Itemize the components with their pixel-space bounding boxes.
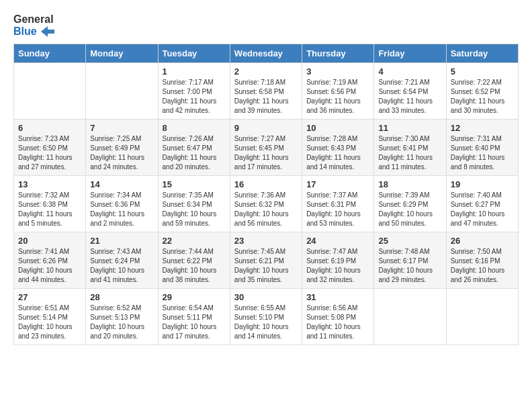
calendar-cell: 25Sunrise: 7:48 AM Sunset: 6:17 PM Dayli…: [374, 232, 446, 289]
day-number: 2: [234, 66, 298, 77]
calendar-cell: 28Sunrise: 6:52 AM Sunset: 5:13 PM Dayli…: [86, 289, 158, 345]
logo: General Blue: [13, 13, 54, 37]
day-info: Sunrise: 6:52 AM Sunset: 5:13 PM Dayligh…: [90, 304, 153, 341]
day-number: 17: [306, 179, 369, 189]
calendar-cell: 6Sunrise: 7:23 AM Sunset: 6:50 PM Daylig…: [14, 120, 86, 176]
week-row-2: 6Sunrise: 7:23 AM Sunset: 6:50 PM Daylig…: [14, 120, 519, 176]
day-number: 14: [90, 179, 153, 189]
calendar-cell: 21Sunrise: 7:43 AM Sunset: 6:24 PM Dayli…: [86, 232, 158, 289]
day-number: 19: [451, 179, 514, 189]
day-number: 16: [234, 179, 298, 189]
header-wednesday: Wednesday: [230, 44, 302, 63]
day-info: Sunrise: 7:22 AM Sunset: 6:52 PM Dayligh…: [451, 78, 514, 116]
day-number: 11: [378, 123, 441, 133]
calendar-cell: 7Sunrise: 7:25 AM Sunset: 6:49 PM Daylig…: [86, 120, 158, 176]
day-info: Sunrise: 7:25 AM Sunset: 6:49 PM Dayligh…: [90, 134, 153, 172]
day-info: Sunrise: 6:54 AM Sunset: 5:11 PM Dayligh…: [163, 304, 226, 341]
calendar-cell: 15Sunrise: 7:35 AM Sunset: 6:34 PM Dayli…: [158, 176, 230, 232]
day-info: Sunrise: 6:51 AM Sunset: 5:14 PM Dayligh…: [18, 304, 81, 341]
day-info: Sunrise: 7:45 AM Sunset: 6:21 PM Dayligh…: [234, 247, 298, 285]
day-info: Sunrise: 7:28 AM Sunset: 6:43 PM Dayligh…: [306, 134, 369, 172]
logo-blue: Blue: [13, 26, 54, 38]
day-number: 25: [378, 236, 441, 246]
day-info: Sunrise: 7:23 AM Sunset: 6:50 PM Dayligh…: [18, 134, 81, 172]
calendar-cell: 30Sunrise: 6:55 AM Sunset: 5:10 PM Dayli…: [230, 289, 302, 345]
day-number: 9: [234, 123, 298, 133]
day-info: Sunrise: 7:32 AM Sunset: 6:38 PM Dayligh…: [18, 191, 81, 228]
day-number: 4: [378, 66, 441, 77]
day-number: 31: [306, 292, 369, 302]
day-number: 24: [306, 236, 369, 246]
day-number: 23: [234, 236, 298, 246]
calendar-cell: 12Sunrise: 7:31 AM Sunset: 6:40 PM Dayli…: [446, 120, 518, 176]
calendar-cell: 17Sunrise: 7:37 AM Sunset: 6:31 PM Dayli…: [302, 176, 374, 232]
day-info: Sunrise: 7:27 AM Sunset: 6:45 PM Dayligh…: [234, 134, 298, 172]
day-number: 1: [163, 66, 226, 77]
header-friday: Friday: [374, 44, 446, 63]
calendar-cell: 11Sunrise: 7:30 AM Sunset: 6:41 PM Dayli…: [374, 120, 446, 176]
day-info: Sunrise: 6:55 AM Sunset: 5:10 PM Dayligh…: [234, 304, 298, 341]
calendar-cell: 1Sunrise: 7:17 AM Sunset: 7:00 PM Daylig…: [158, 63, 230, 120]
day-info: Sunrise: 7:17 AM Sunset: 7:00 PM Dayligh…: [163, 78, 226, 116]
calendar-table: SundayMondayTuesdayWednesdayThursdayFrid…: [13, 44, 519, 345]
day-number: 21: [90, 236, 153, 246]
calendar-cell: 8Sunrise: 7:26 AM Sunset: 6:47 PM Daylig…: [158, 120, 230, 176]
calendar-cell: 2Sunrise: 7:18 AM Sunset: 6:58 PM Daylig…: [230, 63, 302, 120]
day-number: 26: [451, 236, 514, 246]
day-number: 6: [18, 123, 81, 133]
logo: General Blue: [13, 13, 54, 37]
calendar-cell: 20Sunrise: 7:41 AM Sunset: 6:26 PM Dayli…: [14, 232, 86, 289]
calendar-cell: 26Sunrise: 7:50 AM Sunset: 6:16 PM Dayli…: [446, 232, 518, 289]
day-info: Sunrise: 7:19 AM Sunset: 6:56 PM Dayligh…: [306, 78, 369, 116]
day-info: Sunrise: 7:47 AM Sunset: 6:19 PM Dayligh…: [306, 247, 369, 285]
calendar-cell: 5Sunrise: 7:22 AM Sunset: 6:52 PM Daylig…: [446, 63, 518, 120]
header-tuesday: Tuesday: [158, 44, 230, 63]
calendar-cell: 19Sunrise: 7:40 AM Sunset: 6:27 PM Dayli…: [446, 176, 518, 232]
calendar-cell: 3Sunrise: 7:19 AM Sunset: 6:56 PM Daylig…: [302, 63, 374, 120]
calendar-cell: 22Sunrise: 7:44 AM Sunset: 6:22 PM Dayli…: [158, 232, 230, 289]
day-number: 27: [18, 292, 81, 302]
calendar-cell: 9Sunrise: 7:27 AM Sunset: 6:45 PM Daylig…: [230, 120, 302, 176]
day-number: 5: [451, 66, 514, 77]
day-info: Sunrise: 7:37 AM Sunset: 6:31 PM Dayligh…: [306, 191, 369, 228]
day-info: Sunrise: 7:31 AM Sunset: 6:40 PM Dayligh…: [451, 134, 514, 172]
calendar-cell: 10Sunrise: 7:28 AM Sunset: 6:43 PM Dayli…: [302, 120, 374, 176]
day-info: Sunrise: 7:34 AM Sunset: 6:36 PM Dayligh…: [90, 191, 153, 228]
day-info: Sunrise: 7:41 AM Sunset: 6:26 PM Dayligh…: [18, 247, 81, 285]
day-number: 29: [163, 292, 226, 302]
logo-arrow-icon: [41, 26, 54, 37]
week-row-1: 1Sunrise: 7:17 AM Sunset: 7:00 PM Daylig…: [14, 63, 519, 120]
day-info: Sunrise: 6:56 AM Sunset: 5:08 PM Dayligh…: [306, 304, 369, 341]
calendar-cell: 18Sunrise: 7:39 AM Sunset: 6:29 PM Dayli…: [374, 176, 446, 232]
day-info: Sunrise: 7:35 AM Sunset: 6:34 PM Dayligh…: [163, 191, 226, 228]
week-row-3: 13Sunrise: 7:32 AM Sunset: 6:38 PM Dayli…: [14, 176, 519, 232]
day-number: 18: [378, 179, 441, 189]
day-number: 13: [18, 179, 81, 189]
day-info: Sunrise: 7:43 AM Sunset: 6:24 PM Dayligh…: [90, 247, 153, 285]
day-info: Sunrise: 7:48 AM Sunset: 6:17 PM Dayligh…: [378, 247, 441, 285]
day-number: 10: [306, 123, 369, 133]
day-number: 28: [90, 292, 153, 302]
calendar-cell: 24Sunrise: 7:47 AM Sunset: 6:19 PM Dayli…: [302, 232, 374, 289]
day-number: 30: [234, 292, 298, 302]
week-row-4: 20Sunrise: 7:41 AM Sunset: 6:26 PM Dayli…: [14, 232, 519, 289]
calendar-cell: 16Sunrise: 7:36 AM Sunset: 6:32 PM Dayli…: [230, 176, 302, 232]
day-info: Sunrise: 7:36 AM Sunset: 6:32 PM Dayligh…: [234, 191, 298, 228]
calendar-cell: [86, 63, 158, 120]
calendar-header-row: SundayMondayTuesdayWednesdayThursdayFrid…: [14, 44, 519, 63]
day-number: 7: [90, 123, 153, 133]
day-number: 3: [306, 66, 369, 77]
header-thursday: Thursday: [302, 44, 374, 63]
calendar-cell: [374, 289, 446, 345]
day-info: Sunrise: 7:40 AM Sunset: 6:27 PM Dayligh…: [451, 191, 514, 228]
day-info: Sunrise: 7:50 AM Sunset: 6:16 PM Dayligh…: [451, 247, 514, 285]
calendar-cell: 4Sunrise: 7:21 AM Sunset: 6:54 PM Daylig…: [374, 63, 446, 120]
calendar-cell: [446, 289, 518, 345]
day-info: Sunrise: 7:26 AM Sunset: 6:47 PM Dayligh…: [163, 134, 226, 172]
day-number: 12: [451, 123, 514, 133]
header-sunday: Sunday: [14, 44, 86, 63]
calendar-cell: 31Sunrise: 6:56 AM Sunset: 5:08 PM Dayli…: [302, 289, 374, 345]
week-row-5: 27Sunrise: 6:51 AM Sunset: 5:14 PM Dayli…: [14, 289, 519, 345]
calendar-cell: 29Sunrise: 6:54 AM Sunset: 5:11 PM Dayli…: [158, 289, 230, 345]
header-saturday: Saturday: [446, 44, 518, 63]
